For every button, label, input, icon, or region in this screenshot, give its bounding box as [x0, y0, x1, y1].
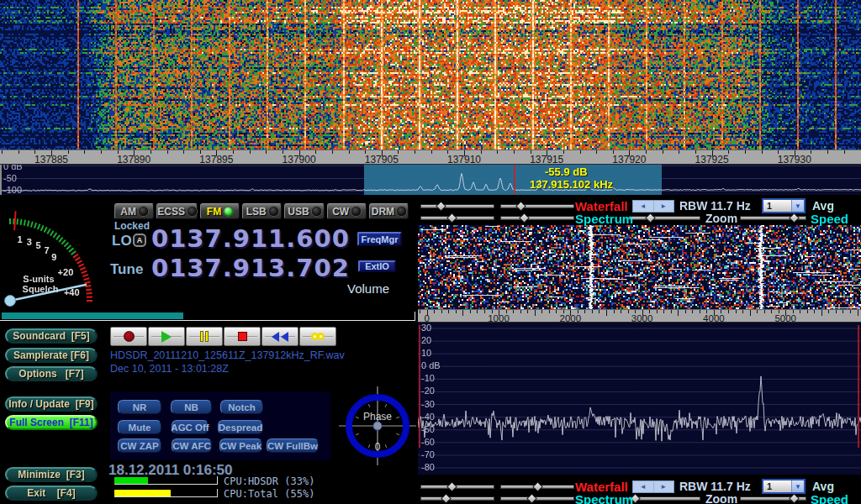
slider-thumb[interactable]	[441, 493, 452, 504]
avg-dropdown-bottom[interactable]: 1▼	[762, 479, 806, 494]
slider-thumb[interactable]	[789, 213, 800, 223]
audio-scale-tick	[764, 310, 765, 313]
speed-slider-top[interactable]	[740, 214, 806, 222]
rf-scale-tick	[827, 150, 828, 154]
mode-button-fm[interactable]: FM	[200, 203, 240, 219]
freqmgr-button[interactable]: FreqMgr	[357, 232, 402, 246]
mode-button-ecss[interactable]: ECSS	[156, 203, 198, 219]
rf-frequency-scale[interactable]: 1378851378901378951379001379051379101379…	[0, 150, 861, 165]
spectrum-tab-label-bottom[interactable]: Spectrum	[575, 492, 633, 504]
loop-button[interactable]	[299, 327, 336, 346]
rf-scale-tick	[18, 150, 19, 154]
cpu-meter-fill	[114, 477, 148, 484]
zoom-slider-bottom[interactable]	[629, 495, 700, 502]
dsp-button-agc-off[interactable]: AGC Off	[172, 420, 209, 434]
mode-button-drm[interactable]: DRM	[369, 203, 409, 219]
pause-button[interactable]	[186, 327, 223, 346]
waterfall-brightness-slider-bottom[interactable]	[420, 483, 494, 491]
audio-frequency-scale[interactable]: 010002000300040005000	[418, 309, 861, 323]
waterfall-contrast-slider-bottom[interactable]	[500, 483, 574, 491]
dsp-button-despread[interactable]: Despread	[218, 420, 263, 434]
left-button-soundcard[interactable]: Soundcard [F5]	[5, 328, 98, 344]
rf-scale-label: 137930	[778, 154, 811, 165]
slider-thumb[interactable]	[645, 213, 656, 223]
mode-label: DRM	[372, 206, 394, 218]
slider-thumb[interactable]	[789, 493, 800, 504]
left-button-exit[interactable]: Exit [F4]	[5, 486, 98, 501]
mode-led-indicator	[351, 207, 361, 216]
dsp-button-nb[interactable]: NB	[171, 400, 212, 414]
rf-scale-tick	[745, 150, 746, 154]
lo-frequency-display[interactable]: 0137.911.600	[151, 224, 350, 253]
slider-track	[500, 204, 574, 208]
spectrum-level-slider-top[interactable]	[420, 214, 494, 222]
squelch-needle-pivot[interactable]	[5, 296, 16, 307]
zoom-slider-top[interactable]	[629, 214, 700, 222]
dsp-button-cw-afc[interactable]: CW AFC	[172, 438, 212, 453]
chevron-down-icon[interactable]: ▼	[791, 480, 804, 492]
record-button[interactable]	[110, 327, 147, 346]
audio-spectrum-display[interactable]: 3020100 dB-10-20-30-40-50-60-70-80	[418, 323, 861, 475]
slider-thumb[interactable]	[436, 201, 446, 212]
record-icon	[124, 331, 135, 342]
waterfall-contrast-slider-top[interactable]	[500, 202, 574, 210]
speed-slider-bottom[interactable]	[740, 495, 806, 502]
slider-thumb[interactable]	[532, 481, 543, 492]
mode-button-usb[interactable]: USB	[284, 203, 324, 219]
smeter-tick	[61, 240, 66, 244]
audio-scale-label: 3000	[631, 313, 653, 323]
scroll-right-icon[interactable]: ►	[654, 481, 674, 492]
slider-thumb[interactable]	[519, 213, 530, 223]
left-button-info-update[interactable]: Info / Update [F9]	[5, 396, 98, 412]
rf-scale-tick	[415, 150, 415, 154]
play-button[interactable]	[148, 327, 185, 346]
spectrum-level-slider-bottom[interactable]	[420, 495, 494, 502]
slider-thumb[interactable]	[446, 481, 457, 492]
stop-button[interactable]	[224, 327, 261, 346]
rf-waterfall-display[interactable]	[0, 0, 861, 150]
mode-button-lsb[interactable]: LSB	[242, 203, 282, 219]
slider-thumb[interactable]	[515, 201, 526, 212]
scroll-right-icon[interactable]: ►	[654, 201, 674, 212]
dsp-button-cw-zap[interactable]: CW ZAP	[118, 438, 161, 453]
waterfall-brightness-slider-top[interactable]	[420, 202, 494, 210]
rf-spectrum-display[interactable]: 0 dB -50 -100 -55.9 dB 137.915.102 kHz	[0, 165, 861, 195]
left-button-full-screen[interactable]: Full Screen [F11]	[5, 415, 98, 430]
audio-scale-tick	[520, 310, 521, 313]
lo-auto-button[interactable]: A	[133, 234, 146, 247]
dsp-button-nr[interactable]: NR	[118, 400, 161, 414]
record-icon-wrap	[124, 331, 135, 342]
left-button-options[interactable]: Options [F7]	[5, 366, 98, 381]
waterfall-scroll-control-bottom[interactable]: ◄►	[632, 480, 674, 493]
dsp-button-cw-peak[interactable]: CW Peak	[219, 438, 262, 453]
smeter-tick	[14, 211, 15, 230]
dsp-button-cw-fullbw[interactable]: CW FullBw	[267, 438, 319, 453]
dsp-button-mute[interactable]: Mute	[118, 420, 161, 434]
audio-scale-tick	[678, 310, 679, 316]
left-button-minimize[interactable]: Minimize [F3]	[5, 467, 98, 482]
mode-button-cw[interactable]: CW	[327, 203, 367, 219]
slider-thumb[interactable]	[526, 493, 537, 504]
spectrum-range-slider-top[interactable]	[500, 214, 574, 222]
avg-dropdown-top[interactable]: 1▼	[762, 198, 806, 213]
audio-waterfall-display[interactable]	[418, 225, 861, 309]
mode-button-am[interactable]: AM	[114, 203, 154, 219]
rewind-icon	[281, 332, 288, 342]
left-button-samplerate[interactable]: Samplerate [F6]	[5, 348, 98, 363]
cpu-meter-fill	[114, 490, 171, 496]
rbw-readout-bottom: RBW 11.7 Hz	[679, 480, 751, 493]
extio-button[interactable]: ExtIO	[358, 260, 396, 272]
scroll-left-icon[interactable]: ◄	[633, 481, 654, 492]
slider-thumb[interactable]	[446, 213, 457, 223]
rewind-button[interactable]	[261, 327, 298, 346]
chevron-down-icon[interactable]: ▼	[791, 200, 804, 212]
audio-scale-tick	[549, 310, 550, 313]
dsp-button-notch[interactable]: Notch	[220, 400, 263, 414]
spectrum-range-slider-bottom[interactable]	[500, 495, 574, 502]
waterfall-scroll-control-top[interactable]: ◄►	[632, 200, 674, 213]
scroll-left-icon[interactable]: ◄	[633, 201, 654, 212]
spectrum-tab-label-top[interactable]: Spectrum	[575, 212, 633, 226]
tune-frequency-display[interactable]: 0137.913.702	[151, 254, 350, 282]
playback-position-track[interactable]	[0, 312, 415, 321]
mode-led-indicator	[312, 207, 321, 216]
